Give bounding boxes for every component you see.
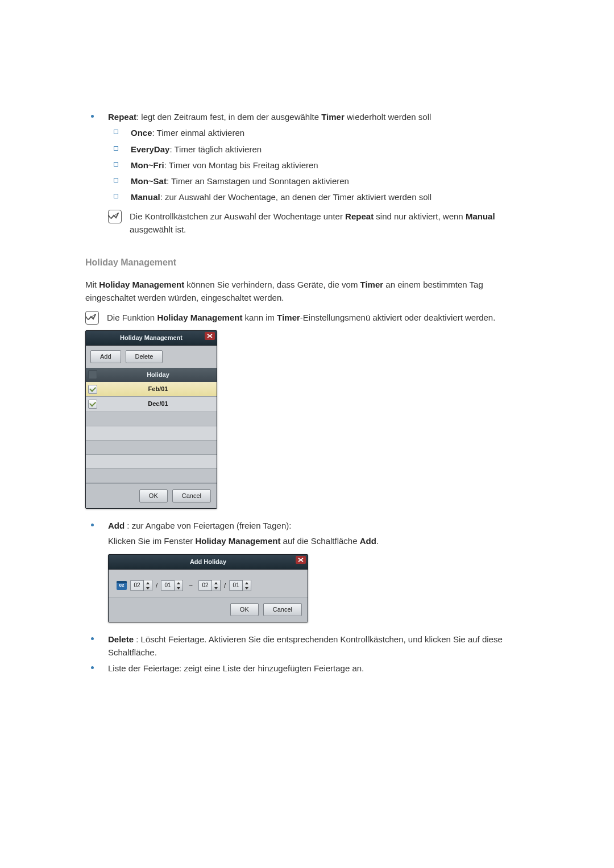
chevron-down-icon	[146, 587, 150, 589]
dialog-titlebar[interactable]: Add Holiday	[109, 555, 308, 570]
close-icon	[298, 558, 304, 562]
chevron-down-icon	[245, 587, 248, 589]
date-sep: /	[224, 581, 226, 591]
dialog-body: 02 02 / 01 ~ 02 / 01	[109, 570, 308, 597]
add-button[interactable]: Add	[90, 350, 121, 363]
holiday-management-dialog: Holiday Management Add Delete Holiday Fe…	[85, 330, 217, 508]
close-button[interactable]	[296, 556, 306, 564]
table-row-empty	[86, 412, 217, 426]
delete-button[interactable]: Delete	[126, 350, 163, 363]
table-header: Holiday	[86, 368, 217, 382]
bullet-repeat: Repeat: legt den Zeitraum fest, in dem d…	[85, 110, 529, 123]
note-icon	[108, 210, 122, 223]
select-all-checkbox[interactable]	[88, 370, 97, 379]
day-start-field[interactable]: 01	[161, 580, 174, 591]
chevron-up-icon	[214, 582, 218, 584]
row-checkbox[interactable]	[88, 400, 97, 409]
chevron-up-icon	[245, 582, 248, 584]
calendar-icon[interactable]: 02	[117, 581, 127, 590]
cancel-button[interactable]: Cancel	[263, 603, 302, 616]
spinner-buttons[interactable]	[174, 580, 183, 591]
table-row-empty	[86, 455, 217, 469]
row-checkbox[interactable]	[88, 385, 97, 394]
dialog-title: Add Holiday	[190, 558, 226, 565]
note-icon	[85, 311, 99, 325]
sub-manual: Manual: zur Auswahl der Wochentage, an d…	[85, 190, 529, 203]
date-sep: /	[156, 581, 157, 591]
sub-once: Once: Timer einmal aktivieren	[85, 126, 529, 139]
month-start-spinner[interactable]: 02	[130, 580, 152, 591]
spinner-buttons[interactable]	[211, 580, 221, 591]
close-button[interactable]	[205, 332, 215, 340]
spinner-buttons[interactable]	[242, 580, 251, 591]
month-start-field[interactable]: 02	[130, 580, 143, 591]
note-manual: Die Kontrollkästchen zur Auswahl der Woc…	[108, 210, 529, 236]
ok-button[interactable]: OK	[230, 603, 259, 616]
table-row-empty	[86, 469, 217, 483]
table-row[interactable]: Feb/01	[86, 382, 217, 397]
chevron-up-icon	[177, 582, 180, 584]
day-end-spinner[interactable]: 01	[229, 580, 251, 591]
repeat-label: Repeat	[108, 112, 136, 122]
dialog-footer: OK Cancel	[86, 483, 217, 508]
bullet-add: Add : zur Angabe von Feiertagen (freien …	[85, 519, 529, 532]
add-holiday-dialog: Add Holiday 02 02 / 01 ~ 02 / 01	[108, 554, 308, 622]
dialog-toolbar: Add Delete	[86, 346, 217, 368]
chevron-up-icon	[146, 582, 150, 584]
table-row-empty	[86, 441, 217, 455]
day-end-field[interactable]: 01	[229, 580, 242, 591]
chevron-down-icon	[214, 587, 218, 589]
cancel-button[interactable]: Cancel	[172, 489, 211, 502]
range-tilde: ~	[186, 580, 195, 591]
table-row-empty	[86, 426, 217, 441]
month-end-field[interactable]: 02	[198, 580, 211, 591]
column-holiday: Holiday	[102, 370, 214, 380]
holiday-management-title: Holiday Management	[85, 256, 529, 270]
holiday-cell: Dec/01	[99, 397, 217, 411]
ok-button[interactable]: OK	[139, 489, 168, 502]
bullet-list: Liste der Feiertage: zeigt eine Liste de…	[85, 662, 529, 675]
day-start-spinner[interactable]: 01	[161, 580, 183, 591]
chevron-down-icon	[177, 587, 180, 589]
hm-paragraph: Mit Holiday Management können Sie verhin…	[85, 278, 529, 305]
sub-monsat: Mon~Sat: Timer an Samstagen und Sonntage…	[85, 175, 529, 188]
add-instruction: Klicken Sie im Fenster Holiday Managemen…	[108, 534, 529, 547]
month-end-spinner[interactable]: 02	[198, 580, 221, 591]
holiday-cell: Feb/01	[99, 382, 217, 396]
sub-monfri: Mon~Fri: Timer von Montag bis Freitag ak…	[85, 159, 529, 172]
dialog-footer: OK Cancel	[109, 597, 308, 622]
dialog-titlebar[interactable]: Holiday Management	[86, 331, 217, 346]
spinner-buttons[interactable]	[143, 580, 152, 591]
table-row[interactable]: Dec/01	[86, 397, 217, 412]
dialog-title: Holiday Management	[120, 334, 182, 341]
close-icon	[207, 334, 213, 338]
sub-everyday: EveryDay: Timer täglich aktivieren	[85, 143, 529, 156]
note-hm: Die Funktion Holiday Management kann im …	[85, 311, 529, 325]
bullet-delete: Delete : Löscht Feiertage. Aktivieren Si…	[85, 633, 529, 659]
